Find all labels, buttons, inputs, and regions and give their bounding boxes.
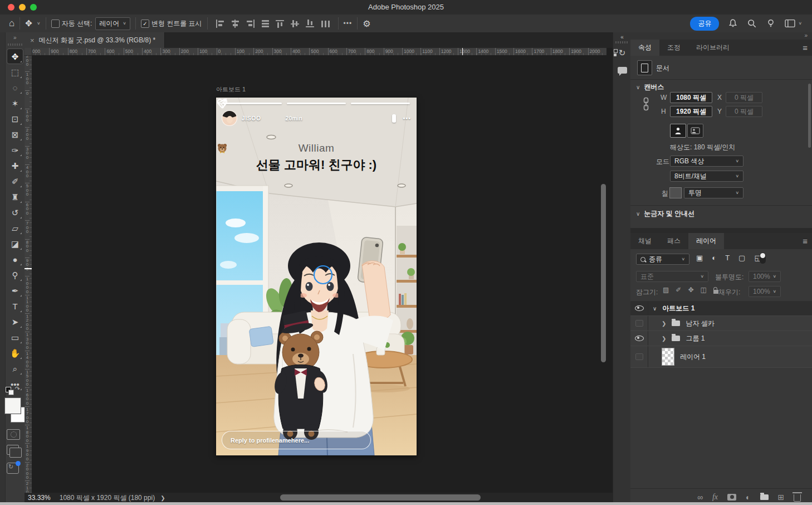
workspace-switcher-icon[interactable]: ∨ [785, 19, 802, 28]
lock-artboard-icon[interactable]: ◫ [700, 286, 706, 294]
layer-visibility-toggle[interactable] [630, 331, 648, 346]
x-field[interactable]: 0 픽셀 [726, 92, 762, 103]
comments-panel-icon[interactable] [613, 66, 631, 76]
ruler-origin-corner[interactable] [25, 48, 32, 56]
healing-brush-tool[interactable]: ✚ [7, 158, 23, 173]
height-field[interactable]: 1920 픽셀 [670, 106, 712, 117]
layer-expand-chevron[interactable]: ❯ [662, 336, 666, 342]
rectangular-marquee-tool[interactable]: ⬚ [7, 65, 23, 79]
document-tab[interactable]: × 메신저 화질 굿.psd @ 33.3% (RGB/8) * [25, 32, 165, 48]
canvas-fill-swatch[interactable] [669, 187, 682, 198]
history-panel-icon[interactable]: ↻ [613, 48, 631, 58]
pen-tool[interactable]: ✒ [7, 283, 23, 298]
show-transform-checkbox[interactable]: ✓ 변형 컨트롤 표시 [141, 19, 202, 28]
portrait-orientation-button[interactable] [670, 124, 686, 138]
search-icon[interactable] [747, 18, 757, 28]
close-tab-icon[interactable]: × [30, 36, 35, 45]
type-tool[interactable]: T [7, 299, 23, 313]
distribute-vertical-icon[interactable] [321, 20, 330, 28]
lock-paint-icon[interactable]: ✐ [676, 286, 681, 294]
layer-fill-field[interactable]: 100%∨ [749, 286, 781, 297]
opacity-field[interactable]: 100%∨ [749, 271, 781, 282]
layer-expand-chevron[interactable]: ∨ [653, 305, 657, 312]
edit-toolbar-button[interactable]: ••• [7, 377, 23, 391]
move-tool[interactable]: ✥ [7, 49, 23, 64]
vertical-ruler[interactable]: 2001000100200300400500600700800900100011… [25, 55, 32, 493]
eyedropper-tool[interactable]: ✑ [7, 143, 23, 157]
panel-expand-icon[interactable]: » [630, 32, 812, 40]
layer-mask-icon[interactable] [727, 494, 736, 501]
bit-depth-select[interactable]: 8비트/채널∨ [670, 171, 743, 182]
tab-adjustments[interactable]: 조정 [659, 40, 688, 56]
properties-panel-menu-icon[interactable]: ≡ [803, 43, 808, 52]
home-icon[interactable]: ⌂ [9, 18, 14, 29]
layer-row[interactable]: ❯그룹 1 [630, 331, 812, 346]
toolbar-grip[interactable] [8, 43, 22, 46]
status-zoom-field[interactable]: 33.33% [28, 494, 51, 502]
guides-section-header[interactable]: ∨눈금자 및 안내선 [636, 209, 694, 218]
align-center-vertical-icon[interactable] [291, 20, 300, 28]
zoom-tool[interactable]: ⌕ [7, 361, 23, 376]
lock-transparency-icon[interactable]: ▨ [663, 286, 669, 294]
share-image-button[interactable] [7, 463, 19, 474]
landscape-orientation-button[interactable] [687, 124, 703, 138]
current-tool-icon[interactable]: ✥ ∨ [25, 18, 40, 28]
blur-tool[interactable]: ● [7, 252, 23, 266]
tab-layers[interactable]: 레이어 [688, 233, 724, 249]
align-bottom-icon[interactable] [306, 20, 315, 28]
align-center-horizontal-icon[interactable] [231, 20, 240, 28]
new-group-icon[interactable] [760, 494, 769, 500]
distribute-horizontal-icon[interactable] [261, 20, 270, 28]
horizontal-ruler[interactable]: 0009008007006005004003002001000100200300… [25, 48, 606, 56]
toolbar-collapse-icon[interactable]: » [13, 35, 17, 41]
layer-visibility-toggle[interactable] [630, 316, 648, 331]
tab-channels[interactable]: 채널 [630, 233, 659, 249]
layer-effects-icon[interactable]: fx [712, 493, 718, 502]
layer-row[interactable]: ∨아트보드 1 [630, 301, 812, 316]
layer-filter-select[interactable]: 종류∨ [636, 254, 689, 265]
blend-mode-select[interactable]: 표준∨ [636, 271, 708, 282]
share-button[interactable]: 공유 [690, 17, 719, 31]
delete-layer-icon[interactable] [794, 494, 801, 502]
link-dimensions-icon[interactable] [643, 97, 649, 111]
canvas-horizontal-scrollbar[interactable] [280, 494, 481, 501]
canvas-fill-select[interactable]: 투명∨ [684, 187, 743, 198]
align-left-icon[interactable] [216, 20, 225, 28]
history-brush-tool[interactable]: ↺ [7, 205, 23, 220]
lasso-tool[interactable]: ◌ [7, 80, 23, 95]
link-layers-icon[interactable]: ∞ [697, 493, 703, 501]
properties-scrollbar[interactable] [808, 84, 811, 148]
discover-lightbulb-icon[interactable] [766, 18, 776, 28]
canvas-section-header[interactable]: ∨캔버스 [636, 82, 664, 92]
layer-row[interactable]: ❯남자 셀카 [630, 316, 812, 331]
foreground-color-swatch[interactable] [5, 398, 21, 414]
crop-tool[interactable]: ⊡ [7, 111, 23, 126]
quick-mask-mode-button[interactable] [7, 429, 20, 440]
new-layer-icon[interactable]: ⊞ [778, 493, 785, 501]
gradient-tool[interactable]: ◪ [7, 236, 23, 251]
status-chevron-icon[interactable]: ❯ [160, 495, 165, 501]
canvas-vertical-scrollbar[interactable] [601, 184, 606, 362]
more-options-icon[interactable]: ••• [344, 20, 353, 27]
frame-tool[interactable]: ⊠ [7, 127, 23, 142]
tab-libraries[interactable]: 라이브러리 [688, 40, 737, 56]
dock-collapse-icon[interactable]: « [613, 34, 631, 40]
magic-wand-tool[interactable]: ✶ [7, 96, 23, 110]
notifications-bell-icon[interactable] [728, 18, 738, 28]
color-mode-select[interactable]: RGB 색상∨ [670, 156, 743, 167]
adjustment-layer-icon[interactable]: ◐ [746, 493, 750, 501]
width-field[interactable]: 1080 픽셀 [670, 92, 712, 103]
brush-tool[interactable]: ✐ [7, 174, 23, 188]
lock-all-icon[interactable] [713, 290, 718, 294]
auto-select-dropdown[interactable]: 레이어∨ [95, 17, 130, 30]
rectangle-tool[interactable]: ▭ [7, 330, 23, 344]
y-field[interactable]: 0 픽셀 [726, 106, 762, 117]
hand-tool[interactable]: ✋ [7, 346, 23, 360]
tab-paths[interactable]: 패스 [659, 233, 688, 249]
filter-image-icon[interactable]: ▣ [696, 254, 703, 262]
align-right-icon[interactable] [246, 20, 255, 28]
clone-stamp-tool[interactable]: ♜ [7, 190, 23, 204]
eraser-tool[interactable]: ▱ [7, 221, 23, 235]
lock-position-icon[interactable]: ✥ [688, 286, 693, 294]
artboard-label[interactable]: 아트보드 1 [216, 85, 246, 94]
